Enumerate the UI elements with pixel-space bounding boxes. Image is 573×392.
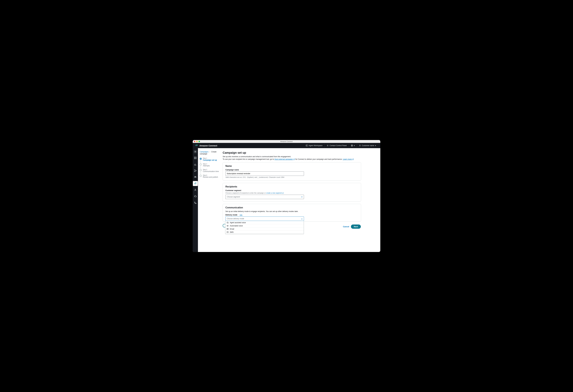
sidebar-headset[interactable] [193, 194, 198, 199]
svg-rect-7 [196, 158, 196, 159]
language-menu[interactable]: ▾ [349, 143, 357, 148]
users-icon [194, 176, 197, 178]
delivery-mode-dropdown: Agent assisted voice Automated voice Ema… [225, 221, 304, 234]
option-label: Automated voice [230, 225, 243, 227]
chevron-right-icon: › [210, 151, 210, 153]
grid-icon [194, 157, 197, 159]
svg-point-3 [359, 145, 360, 145]
customer-terms-label: Customer segment [225, 189, 358, 192]
delivery-mode-info-link[interactable]: Info [239, 214, 242, 216]
name-card: Name Campaign name Valid characters are … [223, 162, 361, 180]
user-menu[interactable]: Customer name ▾ [357, 143, 378, 148]
contact-control-label: Contact Control Panel [330, 144, 347, 146]
user-name-label: Customer name [362, 144, 374, 146]
page-title: Campaign set up [223, 151, 361, 154]
external-link-icon [293, 159, 295, 160]
sidebar-dashboard[interactable] [193, 155, 198, 160]
cancel-button[interactable]: Cancel [343, 226, 349, 228]
svg-point-11 [195, 176, 195, 177]
campaign-name-label: Campaign name [225, 169, 358, 171]
create-segment-link[interactable]: create a new segment [266, 192, 284, 194]
option-email[interactable]: Email [225, 227, 304, 231]
name-heading: Name [225, 165, 358, 167]
recipients-heading: Recipients [225, 185, 358, 188]
mac-titlebar: Amazon Connect [193, 140, 380, 143]
page-intro: Set up who receives a communication and … [223, 155, 361, 160]
campaign-icon [194, 182, 197, 185]
headset-icon [227, 222, 229, 224]
step-title-label: Attempts [203, 165, 210, 167]
communication-heading: Communication [225, 206, 358, 209]
app-brand[interactable]: Amazon Connect [195, 144, 217, 147]
app-brand-text: Amazon Connect [199, 144, 217, 147]
logo-icon [195, 144, 198, 147]
sidebar-user[interactable] [193, 187, 198, 192]
svg-rect-0 [306, 145, 308, 146]
workspace-icon [306, 144, 308, 146]
wizard-step-4[interactable]: Step 4 Review and publish [200, 175, 221, 178]
sidebar-routing[interactable] [193, 168, 198, 173]
intro-line-1: Set up who receives a communication and … [223, 156, 291, 158]
bar-chart-icon [194, 163, 197, 166]
flow-icon [194, 169, 197, 172]
svg-point-13 [196, 183, 196, 183]
maximize-window-icon[interactable] [198, 141, 200, 142]
contact-control-panel-link[interactable]: Contact Control Panel [324, 143, 349, 148]
next-button[interactable]: Next [351, 225, 361, 229]
chevron-down-icon: ▾ [354, 144, 355, 146]
globe-icon [351, 144, 353, 146]
close-window-icon[interactable] [194, 141, 195, 142]
wizard-sidebar: Campaigns › Create campaign Step 1 Campa… [198, 148, 221, 252]
headset-icon [194, 195, 197, 197]
segment-select[interactable]: Choose segment ▼ [225, 195, 304, 199]
wizard-step-3[interactable]: Step 3 Communication time [200, 169, 221, 172]
learn-more-link[interactable]: Learn more [343, 158, 354, 160]
wizard-step-1[interactable]: Step 1 Campaign set up [200, 158, 221, 161]
hamburger-wrapper [193, 149, 198, 154]
svg-point-9 [194, 171, 195, 172]
traffic-lights [194, 141, 200, 142]
app-top-nav: Amazon Connect Agent Workspace Contact C… [193, 143, 380, 148]
svg-point-16 [228, 225, 228, 226]
sidebar-analytics[interactable] [193, 162, 198, 167]
wizard-step-2[interactable]: Step 2 Attempts [200, 163, 221, 167]
svg-point-14 [195, 189, 196, 190]
phone-icon [194, 201, 197, 204]
host-external-link[interactable]: Host external campaign [274, 158, 295, 160]
svg-point-15 [227, 225, 228, 226]
agent-workspace-link[interactable]: Agent Workspace [304, 143, 325, 148]
campaign-name-input[interactable] [225, 171, 304, 176]
option-agent-voice[interactable]: Agent assisted voice [225, 221, 304, 224]
step-num-label: Step 2 [203, 163, 210, 165]
step-title-label: Review and publish [203, 176, 218, 178]
sidebar-phone[interactable] [193, 200, 198, 205]
breadcrumb: Campaigns › Create campaign [200, 151, 221, 155]
step-dot-icon [200, 169, 202, 171]
sidebar-users[interactable] [193, 175, 198, 179]
sidebar-campaigns[interactable] [193, 181, 198, 186]
svg-point-10 [196, 170, 196, 171]
agent-workspace-label: Agent Workspace [309, 144, 322, 146]
delivery-mode-select[interactable]: Choose delivery mode ▲ [225, 216, 304, 221]
step-dot-icon [200, 175, 202, 177]
communication-sub: Set up an initial delivery mode to engag… [225, 210, 358, 213]
recipients-sub: Choose a segment of recipients to enter … [225, 192, 358, 194]
step-dot-icon [200, 158, 202, 160]
option-sms[interactable]: SMS [225, 231, 304, 234]
hamburger-button[interactable] [193, 150, 197, 154]
delivery-mode-label: Delivery mode Info [225, 214, 358, 216]
user-icon [359, 144, 361, 146]
svg-point-8 [194, 170, 195, 170]
intro-line-2a: To use your own recipient list or campai… [223, 158, 274, 160]
svg-rect-6 [194, 158, 195, 159]
main-column: Campaign set up Set up who receives a co… [221, 148, 365, 252]
chevron-down-icon: ▾ [375, 144, 376, 146]
communication-card: Communication Set up an initial delivery… [223, 204, 361, 222]
step-dot-icon [200, 163, 202, 165]
person-icon [194, 189, 197, 191]
content-area: Campaigns › Create campaign Step 1 Campa… [198, 148, 380, 252]
breadcrumb-root[interactable]: Campaigns [200, 151, 209, 153]
segment-placeholder: Choose segment [227, 196, 240, 198]
minimize-window-icon[interactable] [196, 141, 198, 142]
option-automated-voice[interactable]: Automated voice [225, 224, 304, 227]
